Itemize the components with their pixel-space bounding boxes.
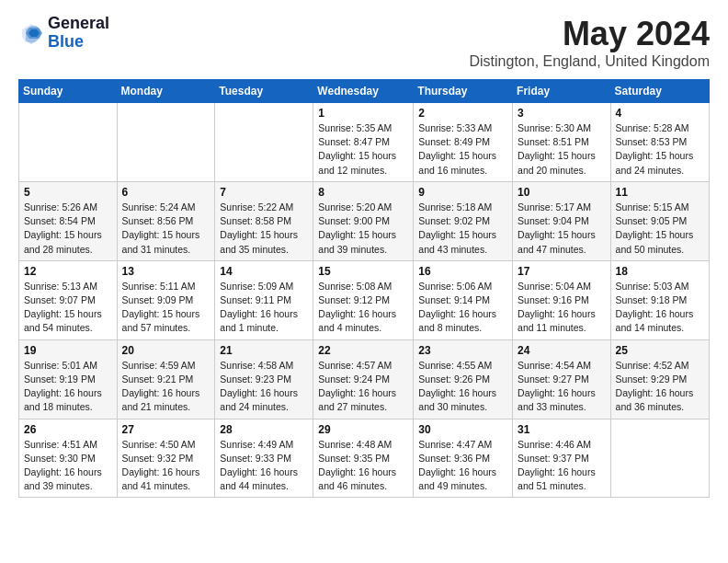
month-title: May 2024 — [470, 15, 711, 53]
day-info: Sunrise: 5:04 AM Sunset: 9:16 PM Dayligh… — [518, 280, 606, 336]
day-number: 4 — [616, 107, 704, 120]
calendar-cell: 28Sunrise: 4:49 AM Sunset: 9:33 PM Dayli… — [215, 419, 313, 498]
calendar-cell — [215, 103, 313, 182]
day-info: Sunrise: 5:06 AM Sunset: 9:14 PM Dayligh… — [418, 280, 507, 336]
day-number: 2 — [418, 107, 507, 120]
day-info: Sunrise: 5:17 AM Sunset: 9:04 PM Dayligh… — [518, 201, 606, 257]
calendar-cell: 6Sunrise: 5:24 AM Sunset: 8:56 PM Daylig… — [117, 181, 215, 260]
day-info: Sunrise: 5:22 AM Sunset: 8:58 PM Dayligh… — [220, 201, 308, 257]
calendar-cell: 3Sunrise: 5:30 AM Sunset: 8:51 PM Daylig… — [513, 103, 611, 182]
calendar-cell: 4Sunrise: 5:28 AM Sunset: 8:53 PM Daylig… — [610, 103, 709, 182]
day-number: 30 — [418, 423, 507, 436]
weekday-header: Wednesday — [313, 80, 414, 103]
day-info: Sunrise: 5:30 AM Sunset: 8:51 PM Dayligh… — [518, 121, 606, 178]
calendar-cell: 16Sunrise: 5:06 AM Sunset: 9:14 PM Dayli… — [414, 260, 513, 339]
day-number: 27 — [122, 423, 210, 436]
day-number: 15 — [318, 265, 408, 278]
day-info: Sunrise: 4:59 AM Sunset: 9:21 PM Dayligh… — [122, 359, 210, 415]
day-info: Sunrise: 5:03 AM Sunset: 9:18 PM Dayligh… — [616, 280, 704, 336]
day-info: Sunrise: 5:15 AM Sunset: 9:05 PM Dayligh… — [616, 201, 704, 257]
calendar-cell — [117, 103, 215, 182]
day-info: Sunrise: 5:35 AM Sunset: 8:47 PM Dayligh… — [318, 121, 408, 178]
day-number: 8 — [318, 186, 408, 199]
calendar-cell: 24Sunrise: 4:54 AM Sunset: 9:27 PM Dayli… — [513, 339, 611, 419]
day-info: Sunrise: 4:52 AM Sunset: 9:29 PM Dayligh… — [616, 359, 704, 415]
day-info: Sunrise: 5:18 AM Sunset: 9:02 PM Dayligh… — [418, 201, 507, 257]
calendar-week-row: 26Sunrise: 4:51 AM Sunset: 9:30 PM Dayli… — [19, 419, 710, 498]
day-number: 19 — [24, 344, 112, 357]
calendar-cell: 15Sunrise: 5:08 AM Sunset: 9:12 PM Dayli… — [313, 260, 414, 339]
day-info: Sunrise: 4:55 AM Sunset: 9:26 PM Dayligh… — [418, 359, 507, 415]
page: General Blue May 2024 Distington, Englan… — [0, 0, 728, 507]
calendar-week-row: 12Sunrise: 5:13 AM Sunset: 9:07 PM Dayli… — [19, 260, 710, 339]
calendar-cell: 26Sunrise: 4:51 AM Sunset: 9:30 PM Dayli… — [19, 419, 118, 498]
header: General Blue May 2024 Distington, Englan… — [18, 15, 710, 70]
logo-general: General — [48, 14, 109, 32]
day-info: Sunrise: 4:46 AM Sunset: 9:37 PM Dayligh… — [518, 438, 606, 494]
day-info: Sunrise: 4:48 AM Sunset: 9:35 PM Dayligh… — [318, 438, 408, 494]
calendar-cell: 30Sunrise: 4:47 AM Sunset: 9:36 PM Dayli… — [414, 419, 513, 498]
day-info: Sunrise: 4:51 AM Sunset: 9:30 PM Dayligh… — [24, 438, 112, 494]
day-info: Sunrise: 4:49 AM Sunset: 9:33 PM Dayligh… — [220, 438, 308, 494]
calendar-cell: 21Sunrise: 4:58 AM Sunset: 9:23 PM Dayli… — [215, 339, 313, 419]
calendar-cell: 10Sunrise: 5:17 AM Sunset: 9:04 PM Dayli… — [513, 181, 611, 260]
logo-blue: Blue — [48, 32, 84, 51]
weekday-header: Saturday — [610, 80, 709, 103]
calendar-cell: 23Sunrise: 4:55 AM Sunset: 9:26 PM Dayli… — [414, 339, 513, 419]
day-number: 29 — [318, 423, 408, 436]
day-number: 3 — [518, 107, 606, 120]
day-number: 10 — [518, 186, 606, 199]
logo-icon — [18, 20, 44, 46]
day-number: 5 — [24, 186, 112, 199]
day-info: Sunrise: 5:01 AM Sunset: 9:19 PM Dayligh… — [24, 359, 112, 415]
day-number: 25 — [616, 344, 704, 357]
day-info: Sunrise: 4:47 AM Sunset: 9:36 PM Dayligh… — [418, 438, 507, 494]
day-info: Sunrise: 4:58 AM Sunset: 9:23 PM Dayligh… — [220, 359, 308, 415]
calendar-cell: 8Sunrise: 5:20 AM Sunset: 9:00 PM Daylig… — [313, 181, 414, 260]
weekday-header: Tuesday — [215, 80, 313, 103]
calendar-cell: 19Sunrise: 5:01 AM Sunset: 9:19 PM Dayli… — [19, 339, 118, 419]
day-number: 24 — [518, 344, 606, 357]
weekday-header: Sunday — [19, 80, 118, 103]
day-number: 16 — [418, 265, 507, 278]
day-number: 12 — [24, 265, 112, 278]
day-number: 6 — [122, 186, 210, 199]
day-info: Sunrise: 5:20 AM Sunset: 9:00 PM Dayligh… — [318, 201, 408, 257]
day-number: 7 — [220, 186, 308, 199]
logo-text: General Blue — [48, 15, 109, 52]
day-number: 31 — [518, 423, 606, 436]
calendar-cell: 31Sunrise: 4:46 AM Sunset: 9:37 PM Dayli… — [513, 419, 611, 498]
day-number: 17 — [518, 265, 606, 278]
day-number: 28 — [220, 423, 308, 436]
calendar-cell: 18Sunrise: 5:03 AM Sunset: 9:18 PM Dayli… — [610, 260, 709, 339]
day-info: Sunrise: 5:33 AM Sunset: 8:49 PM Dayligh… — [418, 121, 507, 178]
weekday-header: Thursday — [414, 80, 513, 103]
day-number: 26 — [24, 423, 112, 436]
day-number: 21 — [220, 344, 308, 357]
logo: General Blue — [18, 15, 109, 52]
day-number: 1 — [318, 107, 408, 120]
weekday-header-row: SundayMondayTuesdayWednesdayThursdayFrid… — [19, 80, 710, 103]
day-info: Sunrise: 5:24 AM Sunset: 8:56 PM Dayligh… — [122, 201, 210, 257]
calendar-cell: 13Sunrise: 5:11 AM Sunset: 9:09 PM Dayli… — [117, 260, 215, 339]
calendar-cell: 1Sunrise: 5:35 AM Sunset: 8:47 PM Daylig… — [313, 103, 414, 182]
calendar-cell: 17Sunrise: 5:04 AM Sunset: 9:16 PM Dayli… — [513, 260, 611, 339]
day-number: 23 — [418, 344, 507, 357]
calendar-cell: 27Sunrise: 4:50 AM Sunset: 9:32 PM Dayli… — [117, 419, 215, 498]
calendar-cell: 9Sunrise: 5:18 AM Sunset: 9:02 PM Daylig… — [414, 181, 513, 260]
day-number: 22 — [318, 344, 408, 357]
title-block: May 2024 Distington, England, United Kin… — [470, 15, 711, 70]
calendar-week-row: 1Sunrise: 5:35 AM Sunset: 8:47 PM Daylig… — [19, 103, 710, 182]
calendar-cell: 20Sunrise: 4:59 AM Sunset: 9:21 PM Dayli… — [117, 339, 215, 419]
day-info: Sunrise: 5:28 AM Sunset: 8:53 PM Dayligh… — [616, 121, 704, 178]
location: Distington, England, United Kingdom — [470, 53, 711, 70]
day-info: Sunrise: 5:11 AM Sunset: 9:09 PM Dayligh… — [122, 280, 210, 336]
weekday-header: Monday — [117, 80, 215, 103]
calendar-cell: 29Sunrise: 4:48 AM Sunset: 9:35 PM Dayli… — [313, 419, 414, 498]
calendar-cell: 12Sunrise: 5:13 AM Sunset: 9:07 PM Dayli… — [19, 260, 118, 339]
calendar-cell: 25Sunrise: 4:52 AM Sunset: 9:29 PM Dayli… — [610, 339, 709, 419]
day-number: 14 — [220, 265, 308, 278]
day-info: Sunrise: 5:09 AM Sunset: 9:11 PM Dayligh… — [220, 280, 308, 336]
calendar-week-row: 5Sunrise: 5:26 AM Sunset: 8:54 PM Daylig… — [19, 181, 710, 260]
calendar-cell: 5Sunrise: 5:26 AM Sunset: 8:54 PM Daylig… — [19, 181, 118, 260]
